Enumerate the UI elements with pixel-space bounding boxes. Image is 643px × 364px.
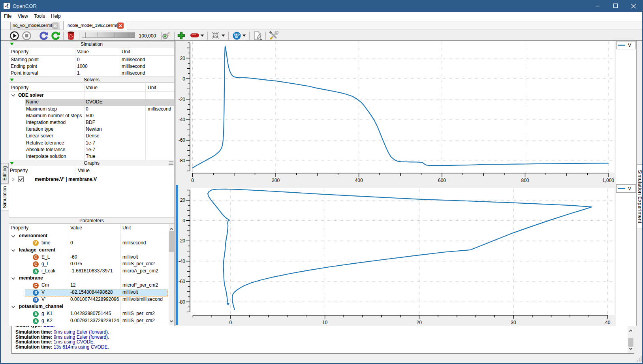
svg-text:800: 800 <box>521 178 529 183</box>
svg-text:0: 0 <box>191 178 194 183</box>
svg-text:400: 400 <box>355 178 363 183</box>
svg-text:0: 0 <box>182 218 185 223</box>
svg-text:V: V <box>628 43 631 48</box>
svg-text:20: 20 <box>180 56 186 61</box>
svg-text:-40: -40 <box>179 259 186 264</box>
svg-text:0: 0 <box>229 320 232 325</box>
svg-text:-40: -40 <box>179 117 186 122</box>
svg-text:-80: -80 <box>179 158 186 163</box>
svg-text:40: 40 <box>605 320 611 325</box>
svg-text:30: 30 <box>511 320 516 325</box>
svg-text:600: 600 <box>438 178 446 183</box>
svg-text:20: 20 <box>417 320 422 325</box>
svg-text:20: 20 <box>180 197 186 203</box>
svg-text:-60: -60 <box>179 279 186 284</box>
svg-text:-20: -20 <box>179 97 186 102</box>
svg-text:-80: -80 <box>179 299 186 305</box>
svg-text:-20: -20 <box>179 238 186 244</box>
svg-text:10: 10 <box>322 320 328 325</box>
svg-text:200: 200 <box>272 178 280 183</box>
svg-text:1,000: 1,000 <box>602 178 614 183</box>
svg-text:-60: -60 <box>179 137 186 143</box>
svg-text:V: V <box>628 186 631 191</box>
svg-text:0: 0 <box>182 76 185 82</box>
